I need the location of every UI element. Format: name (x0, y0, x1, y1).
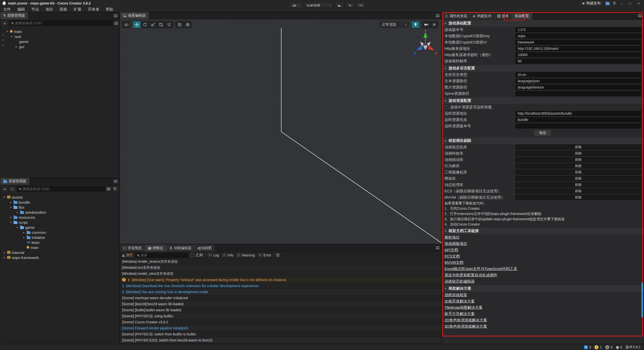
console-message[interactable]: [Scene] [PHYSICS]: switch from builtin t… (120, 331, 441, 337)
field-input-远程资源包名[interactable]: bundle (515, 117, 641, 122)
link-MVVM文档[interactable]: MVVM文档 (445, 260, 463, 265)
link-API文档[interactable]: API文档 (445, 248, 458, 252)
clear-console-button[interactable]: 清空 (122, 253, 133, 257)
orientation-gizmo[interactable]: Y Z X (413, 30, 438, 56)
collapse-arrow-icon[interactable]: ▸ (3, 256, 6, 259)
remove-button-动画特效库[interactable]: 剔除 (515, 151, 641, 156)
field-input-游戏版本号[interactable]: 1.0.5 (515, 27, 641, 32)
console-message[interactable]: [Scene] [PHYSICS]: using builtin. (120, 313, 441, 319)
link-全栈开发解决方案[interactable]: 全栈开发解决方案 (445, 299, 475, 304)
field-input-文本资源路径[interactable]: language/json (515, 78, 641, 83)
expand-arrow-icon[interactable]: ▾ (9, 206, 12, 209)
lighting-toggle-button[interactable] (412, 21, 419, 28)
help-button[interactable]: ? (612, 1, 617, 6)
close-button[interactable]: × (635, 0, 642, 7)
console-message[interactable]: [Scene] meshopt wasm decoder initialized (120, 295, 441, 301)
section-header-游戏资源配置[interactable]: ∨游戏资源配置 (442, 97, 644, 104)
collapse-arrow-icon[interactable]: ▸ (22, 231, 25, 234)
camera-settings-button[interactable] (422, 21, 430, 28)
console-message[interactable]: [Scene] [PHYSICS2D]: switch from box2d-w… (120, 337, 441, 343)
collapse-arrow-icon[interactable]: ▸ (15, 45, 18, 48)
inspector-scrollbar-thumb[interactable] (641, 282, 643, 318)
hierarchy-search[interactable] (9, 20, 113, 26)
remove-button-动画状态机库[interactable]: 剔除 (515, 145, 641, 150)
remove-button-动态纹理库[interactable]: 剔除 (515, 182, 641, 187)
tree-item-Main[interactable]: TSMain (0, 240, 119, 245)
expand-arrow-icon[interactable]: ▾ (16, 226, 19, 229)
maximize-button[interactable]: □ (626, 0, 634, 7)
warning-count[interactable]: ! 1 (594, 345, 602, 349)
remove-button-ECS（剔除后模板项目无法使用）[interactable]: 剔除 (515, 189, 641, 194)
link-动画状态机编辑器[interactable]: 动画状态机编辑器 (445, 279, 475, 284)
section-header-框架模块剔除[interactable]: ∨框架模块剔除 (442, 137, 644, 144)
link-2D角色扮演游戏解决方案[interactable]: 2D角色扮演游戏解决方案 (445, 318, 487, 323)
move-tool-button[interactable] (133, 21, 141, 28)
console-message[interactable]: [Window] model_view文件夹存在 (120, 271, 441, 277)
tree-item-libs[interactable]: ▾libs (0, 205, 119, 210)
collapse-arrow-icon[interactable]: ▸ (22, 236, 25, 239)
save-button[interactable]: 保存 (535, 130, 551, 136)
menu-扩展[interactable]: 扩展 (70, 7, 85, 12)
filter-log[interactable]: Log (208, 253, 219, 257)
remove-button-三维摄像机库[interactable]: 剔除 (515, 170, 641, 175)
expand-arrow-icon[interactable]: ▾ (9, 221, 12, 224)
link-教程项目[interactable]: 教程项目 (445, 235, 460, 240)
hierarchy-search-input[interactable] (15, 21, 111, 25)
field-input-Http服务器地址[interactable]: http://192.168.0.150/main/ (515, 46, 641, 51)
field-input-本地数据CryptoES加密Key[interactable]: oops (515, 33, 641, 38)
tree-item-initialize[interactable]: ▸initialize (0, 235, 119, 240)
regex-checkbox[interactable] (191, 253, 194, 257)
console-message[interactable]: [Window] render_texture文件夹存在 (120, 259, 441, 265)
menu-项目[interactable]: 项目 (42, 7, 56, 12)
field-input-远程资源地址[interactable]: http://localhost:8083/assets/bundle (515, 111, 641, 116)
console-search[interactable] (135, 253, 188, 258)
filter-warning[interactable]: Warning (237, 253, 255, 257)
tree-item-gui[interactable]: ▸gui (0, 44, 119, 49)
field-input-本地数据CryptoES加密IV[interactable]: framework (515, 40, 641, 45)
console-message[interactable]: ❯[Window] You are running Vue in develop… (120, 289, 441, 295)
console-message[interactable]: !❯[Window] [Vue warn]: Property "onInput… (120, 277, 441, 283)
link-ECS文档[interactable]: ECS文档 (445, 254, 460, 259)
notification-count[interactable]: 0 (616, 345, 622, 349)
tab-框架配置[interactable]: 框架配置 (512, 13, 532, 20)
info-checkbox[interactable] (222, 253, 226, 257)
build-publish-button[interactable]: 构建发布 (580, 1, 603, 6)
field-input-Http服务器请求超时（毫秒）[interactable]: 10000 (515, 52, 641, 57)
console-message[interactable]: [Scene] Cocos Creator v3.8.2 (120, 319, 441, 325)
console-message[interactable]: [Scene] [box2d]:box2d wasm lib loaded. (120, 301, 441, 307)
link-原生包热更新配置自动生成插件[interactable]: 原生包热更新配置自动生成插件 (445, 273, 497, 278)
tree-item-main[interactable]: ▾main (0, 29, 119, 34)
remove-button-行为树库[interactable]: 剔除 (515, 163, 641, 168)
field-input-游戏每秒帧率[interactable]: 60 (515, 59, 641, 64)
menu-帮助[interactable]: 帮助 (102, 7, 116, 12)
minimize-button[interactable]: – (618, 0, 625, 7)
tree-item-main[interactable]: main (0, 245, 119, 250)
log-checkbox[interactable] (208, 253, 212, 257)
create-node-button[interactable]: + (2, 20, 8, 26)
console-message[interactable]: [Scene] [bullet]:bullet wasm lib loaded. (120, 307, 441, 313)
expand-arrow-icon[interactable]: ❯ (128, 278, 130, 281)
field-input-Spine资源路径[interactable] (515, 91, 641, 96)
tab-控制台[interactable]: 控制台 (145, 245, 166, 252)
collapse-arrow-icon[interactable]: ▸ (9, 216, 12, 219)
tree-item-bundle[interactable]: ▸bundle (0, 200, 119, 205)
field-input-图片资源路径[interactable]: language/texture (515, 85, 641, 90)
remove-button-动画移动库[interactable]: 剔除 (515, 157, 641, 162)
console-search-input[interactable] (140, 253, 186, 257)
filter-info[interactable]: Info (222, 253, 233, 257)
rotate-tool-button[interactable] (141, 21, 149, 28)
console-message[interactable]: [Scene] Forward render pipeline initiali… (120, 325, 441, 331)
scale-tool-button[interactable] (149, 21, 157, 28)
menu-开发者[interactable]: 开发者 (85, 7, 102, 12)
warning-checkbox[interactable] (237, 253, 241, 257)
tab-动画图[interactable]: 动画图 (194, 245, 215, 252)
tab-动画编辑器[interactable]: 动画编辑器 (166, 245, 194, 252)
tree-item-oops-framework[interactable]: ▸oops-framework (0, 255, 119, 260)
field-input-远程资源版本号[interactable] (515, 123, 641, 128)
filter-icon[interactable] (114, 22, 118, 25)
open-project-folder-button[interactable] (604, 1, 611, 6)
tab-scene-editor[interactable]: 场景编辑器 (120, 12, 149, 19)
tree-item-assets[interactable]: ▾assets (0, 195, 119, 200)
collapse-arrow-icon[interactable]: ▸ (9, 201, 12, 204)
info-count[interactable]: i 3 (584, 345, 591, 349)
